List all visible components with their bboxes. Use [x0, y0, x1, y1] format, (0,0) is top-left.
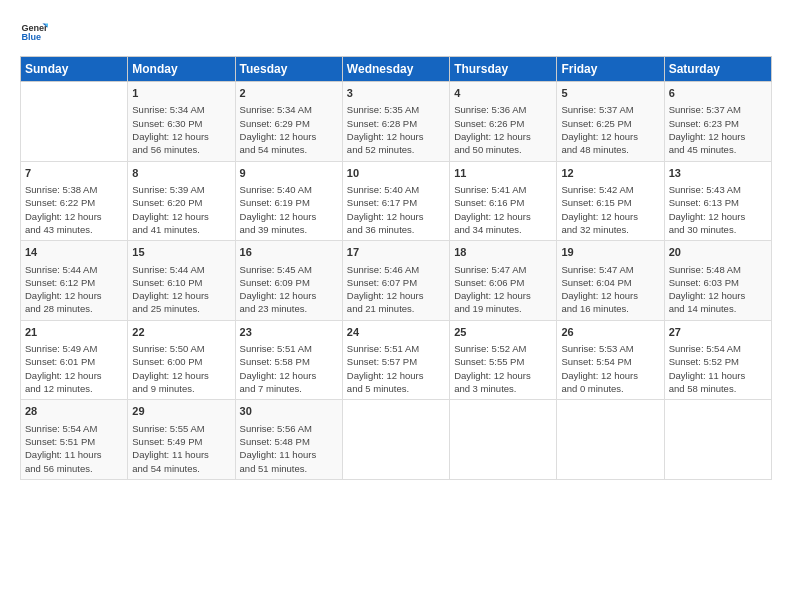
calendar-cell: 14Sunrise: 5:44 AMSunset: 6:12 PMDayligh…	[21, 241, 128, 321]
day-info: Sunrise: 5:41 AMSunset: 6:16 PMDaylight:…	[454, 183, 552, 236]
svg-text:Blue: Blue	[21, 32, 41, 42]
calendar-cell: 21Sunrise: 5:49 AMSunset: 6:01 PMDayligh…	[21, 320, 128, 400]
day-info: Sunrise: 5:51 AMSunset: 5:57 PMDaylight:…	[347, 342, 445, 395]
day-info: Sunrise: 5:45 AMSunset: 6:09 PMDaylight:…	[240, 263, 338, 316]
day-number: 27	[669, 325, 767, 340]
day-number: 25	[454, 325, 552, 340]
calendar-table: SundayMondayTuesdayWednesdayThursdayFrid…	[20, 56, 772, 480]
calendar-cell: 27Sunrise: 5:54 AMSunset: 5:52 PMDayligh…	[664, 320, 771, 400]
day-number: 13	[669, 166, 767, 181]
day-info: Sunrise: 5:44 AMSunset: 6:12 PMDaylight:…	[25, 263, 123, 316]
day-info: Sunrise: 5:34 AMSunset: 6:30 PMDaylight:…	[132, 103, 230, 156]
week-row-3: 14Sunrise: 5:44 AMSunset: 6:12 PMDayligh…	[21, 241, 772, 321]
day-number: 14	[25, 245, 123, 260]
calendar-cell: 26Sunrise: 5:53 AMSunset: 5:54 PMDayligh…	[557, 320, 664, 400]
calendar-cell: 29Sunrise: 5:55 AMSunset: 5:49 PMDayligh…	[128, 400, 235, 480]
calendar-cell	[450, 400, 557, 480]
logo: General Blue	[20, 18, 48, 46]
calendar-cell	[557, 400, 664, 480]
calendar-cell: 13Sunrise: 5:43 AMSunset: 6:13 PMDayligh…	[664, 161, 771, 241]
day-number: 30	[240, 404, 338, 419]
day-number: 26	[561, 325, 659, 340]
day-number: 24	[347, 325, 445, 340]
day-info: Sunrise: 5:43 AMSunset: 6:13 PMDaylight:…	[669, 183, 767, 236]
day-info: Sunrise: 5:52 AMSunset: 5:55 PMDaylight:…	[454, 342, 552, 395]
day-number: 17	[347, 245, 445, 260]
day-number: 19	[561, 245, 659, 260]
calendar-cell: 8Sunrise: 5:39 AMSunset: 6:20 PMDaylight…	[128, 161, 235, 241]
day-info: Sunrise: 5:56 AMSunset: 5:48 PMDaylight:…	[240, 422, 338, 475]
calendar-cell: 11Sunrise: 5:41 AMSunset: 6:16 PMDayligh…	[450, 161, 557, 241]
day-header-row: SundayMondayTuesdayWednesdayThursdayFrid…	[21, 57, 772, 82]
day-number: 18	[454, 245, 552, 260]
calendar-cell: 30Sunrise: 5:56 AMSunset: 5:48 PMDayligh…	[235, 400, 342, 480]
calendar-cell: 20Sunrise: 5:48 AMSunset: 6:03 PMDayligh…	[664, 241, 771, 321]
calendar-cell	[342, 400, 449, 480]
day-info: Sunrise: 5:54 AMSunset: 5:52 PMDaylight:…	[669, 342, 767, 395]
day-header-sunday: Sunday	[21, 57, 128, 82]
day-info: Sunrise: 5:34 AMSunset: 6:29 PMDaylight:…	[240, 103, 338, 156]
day-info: Sunrise: 5:39 AMSunset: 6:20 PMDaylight:…	[132, 183, 230, 236]
calendar-cell: 22Sunrise: 5:50 AMSunset: 6:00 PMDayligh…	[128, 320, 235, 400]
calendar-cell: 23Sunrise: 5:51 AMSunset: 5:58 PMDayligh…	[235, 320, 342, 400]
day-number: 9	[240, 166, 338, 181]
calendar-cell: 1Sunrise: 5:34 AMSunset: 6:30 PMDaylight…	[128, 82, 235, 162]
day-number: 29	[132, 404, 230, 419]
logo-icon: General Blue	[20, 18, 48, 46]
calendar-body: 1Sunrise: 5:34 AMSunset: 6:30 PMDaylight…	[21, 82, 772, 480]
day-info: Sunrise: 5:44 AMSunset: 6:10 PMDaylight:…	[132, 263, 230, 316]
day-number: 16	[240, 245, 338, 260]
day-info: Sunrise: 5:47 AMSunset: 6:04 PMDaylight:…	[561, 263, 659, 316]
day-info: Sunrise: 5:36 AMSunset: 6:26 PMDaylight:…	[454, 103, 552, 156]
day-number: 12	[561, 166, 659, 181]
calendar-cell: 7Sunrise: 5:38 AMSunset: 6:22 PMDaylight…	[21, 161, 128, 241]
week-row-2: 7Sunrise: 5:38 AMSunset: 6:22 PMDaylight…	[21, 161, 772, 241]
day-info: Sunrise: 5:42 AMSunset: 6:15 PMDaylight:…	[561, 183, 659, 236]
day-number: 11	[454, 166, 552, 181]
day-info: Sunrise: 5:37 AMSunset: 6:25 PMDaylight:…	[561, 103, 659, 156]
calendar-cell: 18Sunrise: 5:47 AMSunset: 6:06 PMDayligh…	[450, 241, 557, 321]
calendar-cell: 25Sunrise: 5:52 AMSunset: 5:55 PMDayligh…	[450, 320, 557, 400]
day-header-wednesday: Wednesday	[342, 57, 449, 82]
page: General Blue SundayMondayTuesdayWednesda…	[0, 0, 792, 612]
day-info: Sunrise: 5:53 AMSunset: 5:54 PMDaylight:…	[561, 342, 659, 395]
day-number: 10	[347, 166, 445, 181]
day-header-friday: Friday	[557, 57, 664, 82]
day-header-saturday: Saturday	[664, 57, 771, 82]
day-info: Sunrise: 5:48 AMSunset: 6:03 PMDaylight:…	[669, 263, 767, 316]
day-number: 6	[669, 86, 767, 101]
day-number: 21	[25, 325, 123, 340]
day-number: 1	[132, 86, 230, 101]
day-number: 28	[25, 404, 123, 419]
day-number: 20	[669, 245, 767, 260]
day-info: Sunrise: 5:46 AMSunset: 6:07 PMDaylight:…	[347, 263, 445, 316]
day-info: Sunrise: 5:55 AMSunset: 5:49 PMDaylight:…	[132, 422, 230, 475]
calendar-cell: 10Sunrise: 5:40 AMSunset: 6:17 PMDayligh…	[342, 161, 449, 241]
day-number: 15	[132, 245, 230, 260]
calendar-cell: 9Sunrise: 5:40 AMSunset: 6:19 PMDaylight…	[235, 161, 342, 241]
day-info: Sunrise: 5:40 AMSunset: 6:19 PMDaylight:…	[240, 183, 338, 236]
day-info: Sunrise: 5:51 AMSunset: 5:58 PMDaylight:…	[240, 342, 338, 395]
day-number: 23	[240, 325, 338, 340]
day-number: 3	[347, 86, 445, 101]
calendar-cell	[664, 400, 771, 480]
day-info: Sunrise: 5:50 AMSunset: 6:00 PMDaylight:…	[132, 342, 230, 395]
week-row-1: 1Sunrise: 5:34 AMSunset: 6:30 PMDaylight…	[21, 82, 772, 162]
week-row-5: 28Sunrise: 5:54 AMSunset: 5:51 PMDayligh…	[21, 400, 772, 480]
calendar-cell: 12Sunrise: 5:42 AMSunset: 6:15 PMDayligh…	[557, 161, 664, 241]
calendar-cell: 4Sunrise: 5:36 AMSunset: 6:26 PMDaylight…	[450, 82, 557, 162]
calendar-cell: 16Sunrise: 5:45 AMSunset: 6:09 PMDayligh…	[235, 241, 342, 321]
day-number: 7	[25, 166, 123, 181]
calendar-cell	[21, 82, 128, 162]
calendar-cell: 17Sunrise: 5:46 AMSunset: 6:07 PMDayligh…	[342, 241, 449, 321]
day-number: 8	[132, 166, 230, 181]
day-info: Sunrise: 5:49 AMSunset: 6:01 PMDaylight:…	[25, 342, 123, 395]
week-row-4: 21Sunrise: 5:49 AMSunset: 6:01 PMDayligh…	[21, 320, 772, 400]
day-number: 22	[132, 325, 230, 340]
calendar-header: SundayMondayTuesdayWednesdayThursdayFrid…	[21, 57, 772, 82]
calendar-cell: 5Sunrise: 5:37 AMSunset: 6:25 PMDaylight…	[557, 82, 664, 162]
day-number: 2	[240, 86, 338, 101]
day-info: Sunrise: 5:37 AMSunset: 6:23 PMDaylight:…	[669, 103, 767, 156]
day-number: 5	[561, 86, 659, 101]
header: General Blue	[20, 18, 772, 46]
